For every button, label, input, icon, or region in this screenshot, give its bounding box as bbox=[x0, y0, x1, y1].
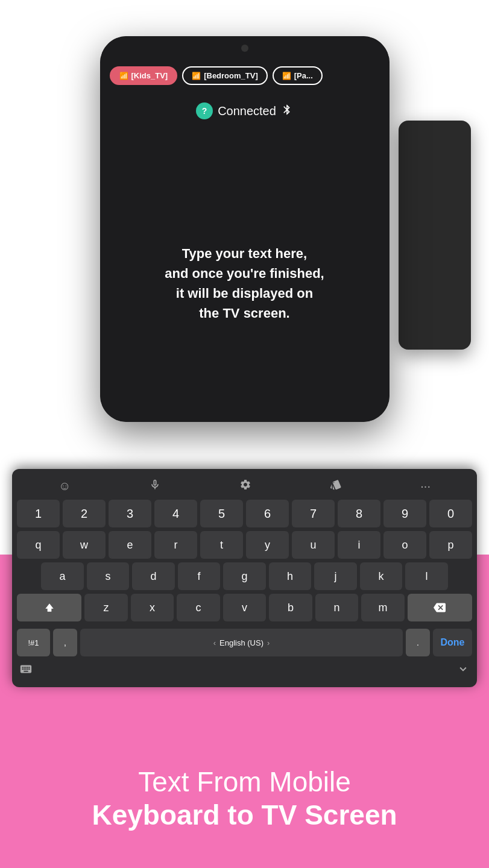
backspace-key[interactable] bbox=[408, 594, 472, 621]
keyboard: ☺ ··· 1 2 3 4 5 6 7 8 9 0 q w bbox=[12, 469, 477, 687]
connected-status: ? Connected bbox=[100, 102, 390, 119]
wifi-icon-pa: 📶 bbox=[282, 72, 291, 80]
shift-key[interactable] bbox=[17, 594, 81, 621]
language-label: English (US) bbox=[219, 638, 263, 647]
bluetooth-icon bbox=[281, 104, 293, 119]
chip-kids-tv[interactable]: 📶 [Kids_TV] bbox=[110, 66, 178, 85]
key-r[interactable]: r bbox=[154, 531, 197, 559]
key-w[interactable]: w bbox=[63, 531, 106, 559]
key-g[interactable]: g bbox=[223, 562, 266, 590]
done-key[interactable]: Done bbox=[433, 629, 472, 656]
key-i[interactable]: i bbox=[338, 531, 380, 559]
key-4[interactable]: 4 bbox=[154, 500, 197, 527]
key-c[interactable]: c bbox=[177, 594, 220, 621]
key-y[interactable]: y bbox=[246, 531, 289, 559]
connected-text: Connected bbox=[218, 104, 276, 118]
mic-icon[interactable] bbox=[149, 479, 161, 494]
phone-screen: 📶 [Kids_TV] 📶 [Bedroom_TV] 📶 [Pa... ? Co… bbox=[100, 36, 390, 422]
key-e[interactable]: e bbox=[109, 531, 151, 559]
symbols-key[interactable]: !#1 bbox=[17, 629, 50, 656]
key-j[interactable]: j bbox=[314, 562, 357, 590]
phone-frame: 📶 [Kids_TV] 📶 [Bedroom_TV] 📶 [Pa... ? Co… bbox=[100, 36, 390, 422]
key-2[interactable]: 2 bbox=[63, 500, 106, 527]
qwerty-row: q w e r t y u i o p bbox=[17, 531, 472, 559]
connection-icon-symbol: ? bbox=[202, 106, 207, 116]
key-n[interactable]: n bbox=[315, 594, 359, 621]
chip-bedroom-tv[interactable]: 📶 [Bedroom_TV] bbox=[182, 66, 268, 85]
number-row: 1 2 3 4 5 6 7 8 9 0 bbox=[17, 500, 472, 527]
key-7[interactable]: 7 bbox=[292, 500, 335, 527]
key-6[interactable]: 6 bbox=[246, 500, 289, 527]
key-8[interactable]: 8 bbox=[338, 500, 380, 527]
next-lang-arrow[interactable]: › bbox=[267, 638, 270, 647]
chip-bedroom-label: [Bedroom_TV] bbox=[204, 71, 258, 80]
key-u[interactable]: u bbox=[292, 531, 335, 559]
keyboard-icon[interactable] bbox=[19, 662, 33, 679]
key-x[interactable]: x bbox=[131, 594, 174, 621]
key-5[interactable]: 5 bbox=[200, 500, 243, 527]
key-s[interactable]: s bbox=[87, 562, 130, 590]
key-o[interactable]: o bbox=[383, 531, 426, 559]
text-style-icon[interactable] bbox=[330, 479, 342, 494]
keyboard-toolbar: ☺ ··· bbox=[17, 475, 472, 500]
phone-camera bbox=[241, 45, 248, 52]
key-0[interactable]: 0 bbox=[429, 500, 472, 527]
key-b[interactable]: b bbox=[269, 594, 312, 621]
key-9[interactable]: 9 bbox=[383, 500, 426, 527]
comma-key[interactable]: , bbox=[53, 629, 77, 656]
key-1[interactable]: 1 bbox=[17, 500, 60, 527]
key-3[interactable]: 3 bbox=[109, 500, 151, 527]
wifi-icon-bedroom: 📶 bbox=[192, 72, 201, 80]
background-phone bbox=[399, 121, 471, 350]
key-l[interactable]: l bbox=[405, 562, 448, 590]
keyboard-bottom-row: !#1 , ‹ English (US) › . Done bbox=[17, 625, 472, 658]
period-key[interactable]: . bbox=[406, 629, 430, 656]
zxcv-row: z x c v b n m bbox=[17, 594, 472, 621]
bottom-title-line1: Text From Mobile bbox=[138, 766, 351, 799]
key-t[interactable]: t bbox=[200, 531, 243, 559]
keyboard-footer bbox=[17, 658, 472, 681]
key-f[interactable]: f bbox=[178, 562, 221, 590]
bottom-title-line2: Keyboard to TV Screen bbox=[92, 799, 397, 832]
emoji-icon[interactable]: ☺ bbox=[58, 479, 71, 493]
key-k[interactable]: k bbox=[360, 562, 403, 590]
key-v[interactable]: v bbox=[223, 594, 267, 621]
device-chips-container: 📶 [Kids_TV] 📶 [Bedroom_TV] 📶 [Pa... bbox=[100, 66, 390, 85]
key-q[interactable]: q bbox=[17, 531, 60, 559]
language-selector[interactable]: ‹ English (US) › bbox=[80, 629, 403, 656]
more-options-icon[interactable]: ··· bbox=[420, 479, 431, 493]
key-h[interactable]: h bbox=[269, 562, 312, 590]
key-m[interactable]: m bbox=[361, 594, 405, 621]
main-text-area: Type your text here,and once you're fini… bbox=[100, 145, 390, 422]
key-d[interactable]: d bbox=[132, 562, 175, 590]
chip-pa[interactable]: 📶 [Pa... bbox=[273, 66, 323, 85]
prev-lang-arrow[interactable]: ‹ bbox=[213, 638, 216, 647]
main-instruction-text: Type your text here,and once you're fini… bbox=[165, 244, 324, 323]
key-p[interactable]: p bbox=[429, 531, 472, 559]
key-z[interactable]: z bbox=[84, 594, 128, 621]
collapse-keyboard-icon[interactable] bbox=[456, 662, 470, 679]
chip-pa-label: [Pa... bbox=[294, 71, 313, 80]
phone-device: 📶 [Kids_TV] 📶 [Bedroom_TV] 📶 [Pa... ? Co… bbox=[100, 36, 390, 422]
settings-icon[interactable] bbox=[239, 479, 251, 494]
chip-kids-label: [Kids_TV] bbox=[131, 71, 168, 80]
wifi-icon-kids: 📶 bbox=[119, 72, 128, 80]
connection-icon: ? bbox=[196, 102, 213, 119]
asdf-row: a s d f g h j k l bbox=[17, 562, 472, 590]
key-a[interactable]: a bbox=[41, 562, 84, 590]
